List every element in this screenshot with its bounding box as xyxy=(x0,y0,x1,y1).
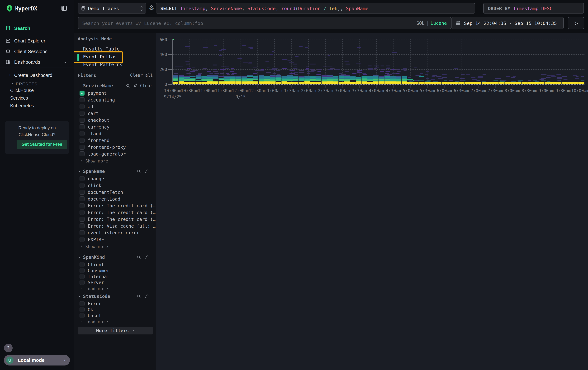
mode-lucene-button[interactable]: Lucene xyxy=(430,20,447,26)
sidebar-item-dashboards[interactable]: Dashboards xyxy=(0,57,74,67)
filter-option-internal[interactable]: Internal xyxy=(74,273,156,279)
sidebar-item-clickhouse[interactable]: ClickHouse xyxy=(10,88,65,95)
chevron-down-icon[interactable] xyxy=(78,294,81,298)
checkbox-unchecked[interactable] xyxy=(80,313,84,318)
pin-icon[interactable] xyxy=(133,83,138,88)
checkbox-unchecked[interactable] xyxy=(80,104,84,109)
checkbox-unchecked[interactable] xyxy=(80,183,84,188)
get-started-button[interactable]: Get Started for Free xyxy=(17,140,67,149)
checkbox-unchecked[interactable] xyxy=(80,176,84,181)
checkbox-unchecked[interactable] xyxy=(80,237,84,242)
checkbox-unchecked[interactable] xyxy=(80,196,84,201)
create-dashboard-button[interactable]: + Create Dashboard xyxy=(0,71,74,79)
sidebar-item-search[interactable]: Search xyxy=(0,23,74,33)
filter-option-client[interactable]: Client xyxy=(74,261,156,267)
filter-option-documentfetch[interactable]: documentFetch xyxy=(74,189,156,196)
filter-option-payment[interactable]: payment xyxy=(74,90,156,97)
pin-icon[interactable] xyxy=(144,169,149,174)
analysis-mode-item-results-table[interactable]: Results Table xyxy=(83,46,131,54)
pin-icon[interactable] xyxy=(144,294,149,299)
search-filter-icon[interactable] xyxy=(136,294,141,299)
filter-option-error[interactable]: Error xyxy=(74,300,156,306)
filter-option-accounting[interactable]: accounting xyxy=(74,97,156,103)
checkbox-unchecked[interactable] xyxy=(80,131,84,136)
checkbox-unchecked[interactable] xyxy=(80,118,84,123)
checkbox-unchecked[interactable] xyxy=(80,307,84,312)
pin-icon[interactable] xyxy=(144,255,149,260)
checkbox-unchecked[interactable] xyxy=(80,262,84,267)
search-filter-icon[interactable] xyxy=(136,255,141,260)
search-input[interactable]: Search your events w/ Lucene ex. column:… xyxy=(78,17,451,29)
clear-all-button[interactable]: Clear all xyxy=(130,73,153,78)
source-select[interactable]: Demo Traces xyxy=(78,3,146,13)
chevron-down-icon[interactable] xyxy=(78,170,81,173)
presets-toggle[interactable]: PRESETS xyxy=(0,80,74,88)
more-filters-button[interactable]: More filters xyxy=(78,327,153,334)
filter-option-frontend[interactable]: frontend xyxy=(74,137,156,144)
chevron-down-icon[interactable] xyxy=(78,84,81,87)
checkbox-unchecked[interactable] xyxy=(80,97,84,102)
filter-option-frontend-proxy[interactable]: frontend-proxy xyxy=(74,144,156,151)
checkbox-unchecked[interactable] xyxy=(80,203,84,208)
sidebar-collapse-icon[interactable] xyxy=(61,5,68,12)
date-range-input[interactable]: Sep 14 22:04:35 - Sep 15 10:04:35 xyxy=(452,17,564,29)
filter-option-consumer[interactable]: Consumer xyxy=(74,267,156,273)
mode-sql-button[interactable]: SQL xyxy=(416,20,425,26)
filter-option-change[interactable]: change xyxy=(74,176,156,182)
sidebar-item-client-sessions[interactable]: Client Sessions xyxy=(0,47,74,56)
sql-select-input[interactable]: SELECT Timestamp, ServiceName, StatusCod… xyxy=(156,3,475,13)
help-button[interactable]: ? xyxy=(4,344,12,352)
filter-option-eventlistener-error[interactable]: eventListener.error xyxy=(74,230,156,236)
filter-option-expire[interactable]: EXPIRE xyxy=(74,236,156,243)
filter-option-error-the-credit-card-[interactable]: Error: The credit card (… xyxy=(74,209,156,216)
filter-option-currency[interactable]: currency xyxy=(74,124,156,130)
checkbox-unchecked[interactable] xyxy=(80,230,84,235)
filter-option-checkout[interactable]: checkout xyxy=(74,117,156,124)
checkbox-unchecked[interactable] xyxy=(80,138,84,143)
checkbox-unchecked[interactable] xyxy=(80,190,84,195)
checkbox-unchecked[interactable] xyxy=(80,268,84,273)
checkbox-unchecked[interactable] xyxy=(80,111,84,116)
sidebar-item-chart-explorer[interactable]: Chart Explorer xyxy=(0,36,74,45)
checkbox-unchecked[interactable] xyxy=(80,151,84,156)
sidebar-item-kubernetes[interactable]: Kubernetes xyxy=(10,103,65,110)
sidebar-item-label: Client Sessions xyxy=(14,49,48,54)
filter-option-click[interactable]: click xyxy=(74,182,156,189)
chevron-down-icon[interactable] xyxy=(78,255,81,259)
analysis-mode-item-event-deltas[interactable]: Event Deltas xyxy=(83,54,131,61)
order-by-input[interactable]: ORDER BY Timestamp DESC xyxy=(483,3,584,13)
search-filter-icon[interactable] xyxy=(126,83,130,88)
filter-option-error-the-credit-card-[interactable]: Error: The credit card (… xyxy=(74,202,156,209)
checkbox-unchecked[interactable] xyxy=(80,217,84,222)
filter-option-server[interactable]: Server xyxy=(74,279,156,285)
sidebar-item-services[interactable]: Services xyxy=(10,95,65,102)
filter-option-error-the-credit-card-[interactable]: Error: The credit card (… xyxy=(74,216,156,223)
filter-option-load-generator[interactable]: load-generator xyxy=(74,151,156,158)
checkbox-unchecked[interactable] xyxy=(80,145,84,150)
checkbox-checked[interactable] xyxy=(80,90,84,96)
trace-duration-heatmap[interactable] xyxy=(173,39,584,84)
filter-option-documentload[interactable]: documentLoad xyxy=(74,196,156,202)
filter-option-ad[interactable]: ad xyxy=(74,103,156,110)
run-query-button[interactable]: ▷ xyxy=(568,17,584,29)
sql-token: / xyxy=(321,6,329,11)
checkbox-unchecked[interactable] xyxy=(80,280,84,285)
analysis-mode-item-event-patterns[interactable]: Event Patterns xyxy=(83,62,131,69)
gear-icon[interactable]: ⚙ xyxy=(148,4,155,12)
filter-option-cart[interactable]: cart xyxy=(74,110,156,117)
user-menu[interactable]: U Local mode xyxy=(4,355,70,366)
checkbox-unchecked[interactable] xyxy=(80,124,84,129)
hyperdx-app: HyperDX Search xyxy=(0,0,588,370)
search-filter-icon[interactable] xyxy=(136,169,141,174)
filter-option-label: EXPIRE xyxy=(88,237,104,242)
filter-option-flagd[interactable]: flagd xyxy=(74,130,156,137)
filter-option-error-visa-cache-full-[interactable]: Error: Visa cache full: … xyxy=(74,223,156,230)
sql-token: , xyxy=(242,6,245,11)
checkbox-unchecked[interactable] xyxy=(80,301,84,306)
filter-option-unset[interactable]: Unset xyxy=(74,312,156,318)
checkbox-unchecked[interactable] xyxy=(80,223,84,229)
checkbox-unchecked[interactable] xyxy=(80,274,84,279)
clear-filter-button[interactable]: Clear xyxy=(140,83,153,88)
filter-option-ok[interactable]: Ok xyxy=(74,306,156,312)
checkbox-unchecked[interactable] xyxy=(80,210,84,215)
